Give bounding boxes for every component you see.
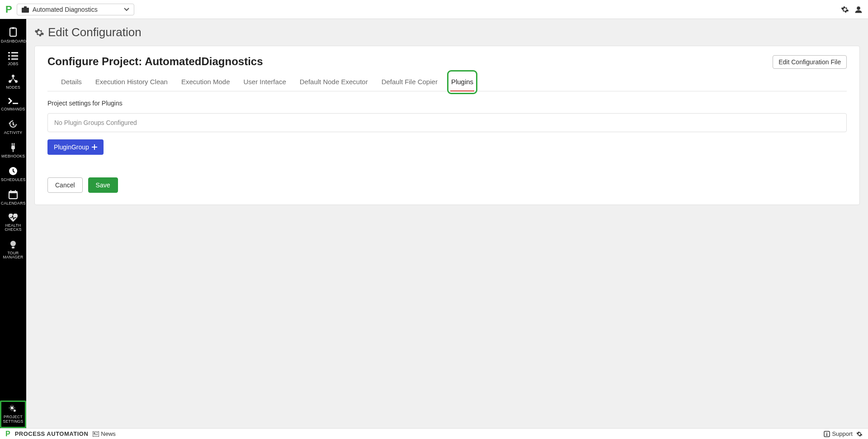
svg-rect-8 [11, 55, 18, 57]
list-icon [8, 52, 18, 60]
tab-default-file-copier[interactable]: Default File Copier [381, 73, 439, 91]
svg-rect-4 [12, 27, 14, 29]
add-plugin-group-label: PluginGroup [54, 143, 89, 151]
sidebar-item-schedules[interactable]: SCHEDULES [0, 163, 26, 186]
svg-rect-21 [9, 191, 17, 193]
brand-logo[interactable]: P [5, 4, 12, 15]
sidebar-item-commands[interactable]: COMMANDS [0, 94, 26, 116]
svg-rect-0 [22, 8, 29, 13]
plus-icon [92, 144, 97, 150]
sidebar-item-jobs[interactable]: JOBS [0, 48, 26, 71]
svg-rect-16 [12, 143, 13, 146]
svg-rect-27 [92, 147, 97, 148]
sidebar-item-activity[interactable]: ACTIVITY [0, 116, 26, 139]
gear-icon [34, 28, 44, 38]
svg-point-2 [857, 6, 860, 10]
history-icon [9, 119, 18, 129]
user-icon[interactable] [854, 5, 863, 14]
plug-icon [9, 143, 17, 152]
clock-icon [9, 167, 18, 176]
chevron-down-icon [124, 8, 129, 11]
project-selector[interactable]: Automated Diagnostics [17, 4, 134, 15]
sidebar-item-health-checks[interactable]: HEALTHCHECKS [0, 210, 26, 222]
svg-point-11 [12, 75, 14, 77]
svg-rect-7 [8, 55, 10, 57]
add-plugin-group-button[interactable]: PluginGroup [47, 139, 104, 155]
sidebar-item-calendars[interactable]: CALENDARS [0, 186, 26, 210]
svg-rect-5 [8, 52, 10, 53]
sidebar-item-label: NODES [1, 85, 25, 90]
svg-rect-23 [15, 190, 16, 192]
edit-config-file-button[interactable]: Edit Configuration File [773, 55, 847, 69]
project-selector-label: Automated Diagnostics [33, 6, 98, 13]
svg-rect-18 [13, 149, 14, 152]
sidebar-item-label: COMMANDS [1, 107, 25, 111]
nodes-icon [8, 74, 18, 83]
calendar-icon [9, 190, 18, 199]
svg-rect-1 [24, 6, 27, 8]
svg-rect-15 [11, 146, 15, 149]
configure-label: Configure Project: [47, 55, 142, 67]
svg-rect-9 [8, 58, 10, 60]
save-button[interactable]: Save [88, 177, 118, 193]
tab-default-node-executor[interactable]: Default Node Executor [299, 73, 369, 91]
briefcase-icon [22, 6, 29, 13]
project-name: AutomatedDiagnostics [145, 55, 263, 67]
sidebar-item-label: DASHBOARD [1, 39, 25, 43]
tab-details[interactable]: Details [60, 73, 83, 91]
sidebar-item-webhooks[interactable]: WEBHOOKS [0, 139, 26, 163]
card-title: Configure Project: AutomatedDiagnostics [47, 55, 263, 68]
tab-execution-mode[interactable]: Execution Mode [180, 73, 231, 91]
page-title-text: Edit Configuration [48, 25, 142, 39]
sidebar-item-label: CALENDARS [1, 201, 25, 205]
clipboard-icon [9, 27, 18, 37]
svg-rect-6 [11, 52, 18, 53]
sidebar-item-label: ACTIVITY [1, 130, 25, 135]
sidebar-item-label: WEBHOOKS [1, 154, 25, 158]
section-text: Project settings for Plugins [47, 100, 847, 107]
tab-execution-history-clean[interactable]: Execution History Clean [94, 73, 169, 91]
gear-icon[interactable] [841, 5, 849, 14]
svg-rect-22 [10, 190, 11, 192]
tab-plugins[interactable]: Plugins [450, 73, 474, 91]
sidebar-item-label: JOBS [1, 62, 25, 66]
terminal-icon [8, 98, 18, 105]
svg-rect-17 [14, 143, 14, 146]
sidebar-item-label: SCHEDULES [1, 177, 25, 182]
sidebar-item-dashboard[interactable]: DASHBOARD [0, 24, 26, 48]
sidebar-item-nodes[interactable]: NODES [0, 71, 26, 94]
svg-rect-10 [11, 58, 18, 60]
empty-plugin-groups: No Plugin Groups Configured [47, 113, 847, 132]
heartbeat-icon [8, 214, 18, 222]
svg-rect-3 [10, 28, 16, 36]
svg-rect-14 [13, 103, 18, 104]
tab-user-interface[interactable]: User Interface [243, 73, 287, 91]
page-title: Edit Configuration [34, 25, 860, 39]
sidebar: DASHBOARD JOBS NODES COMMANDS ACTIVITY W… [0, 19, 26, 222]
cancel-button[interactable]: Cancel [47, 177, 83, 193]
